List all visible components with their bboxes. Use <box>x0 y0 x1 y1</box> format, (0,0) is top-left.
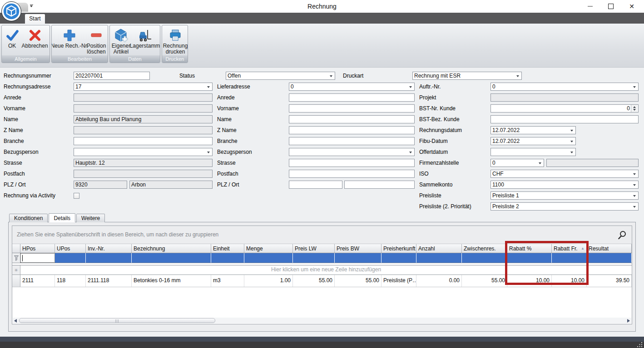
cell-rabatt-fr[interactable]: 10.00 <box>552 275 587 287</box>
tab-details[interactable]: Details <box>49 213 75 222</box>
column-header-anzahl[interactable]: Anzahl <box>416 244 462 253</box>
chevron-down-icon[interactable] <box>633 173 636 175</box>
cell-hpos[interactable]: 2111 <box>20 275 55 287</box>
scrollbar-thumb[interactable] <box>19 318 215 323</box>
cell-preisherkunft[interactable]: Preisliste (P… <box>381 275 416 287</box>
table-row[interactable]: 21111182111.118Betonkies 0-16 mmm31.0055… <box>12 275 632 287</box>
column-header-upos[interactable]: UPos <box>55 244 86 253</box>
filter-cell-rabatt-fr[interactable] <box>552 253 587 263</box>
cell-zwischenres[interactable]: 55.00 <box>462 275 507 287</box>
resize-grip-icon[interactable] <box>637 342 643 348</box>
bst-nr-kunde-spinedit[interactable]: 0 <box>490 104 639 113</box>
bezugsperson-mitte-select[interactable] <box>289 148 415 156</box>
filter-cell-inv-nr[interactable] <box>86 253 132 263</box>
column-header-zwischenres[interactable]: Zwischenres. <box>462 244 507 253</box>
rechnung-via-activity-checkbox[interactable] <box>74 193 79 199</box>
column-header-einheit[interactable]: Einheit <box>211 244 244 253</box>
chevron-down-icon[interactable] <box>570 141 573 142</box>
chevron-down-icon[interactable] <box>330 75 332 77</box>
chevron-down-icon[interactable] <box>633 86 636 88</box>
cell-menge[interactable]: 1.00 <box>244 275 293 287</box>
rechnungsadresse-select[interactable]: 17 <box>74 83 213 91</box>
ort-mitte-input[interactable] <box>344 181 415 189</box>
name-mitte-input[interactable] <box>289 115 415 123</box>
fibu-datum-datepicker[interactable]: 12.07.2022 <box>490 137 576 145</box>
druckart-select[interactable]: Rechnung mit ESR <box>412 72 522 80</box>
ok-button[interactable]: OK <box>3 26 21 49</box>
grid-new-row[interactable]: ✳ Hier klicken um eine neue Zeile hinzuz… <box>12 265 632 275</box>
lagerstamm-button[interactable]: Lagerstamm <box>131 26 159 55</box>
chevron-down-icon[interactable] <box>570 130 573 132</box>
filter-cell-preis-bw[interactable] <box>335 253 381 263</box>
neue-rech-nr-button[interactable]: Neue Rech.-Nr. <box>53 26 86 55</box>
group-by-bar[interactable]: Ziehen Sie eine Spaltenüberschrift in di… <box>12 226 632 244</box>
bezugsperson-links-select[interactable] <box>74 148 213 156</box>
column-header-resultat[interactable]: Resultat <box>587 244 632 253</box>
cell-einheit[interactable]: m3 <box>211 275 244 287</box>
lieferadresse-select[interactable]: 0 <box>289 83 415 91</box>
column-header-preis-lw[interactable]: Preis LW <box>293 244 335 253</box>
abbrechen-button[interactable]: Abbrechen <box>21 26 49 49</box>
quick-access-customize-icon[interactable] <box>30 5 34 7</box>
anrede-mitte-input[interactable] <box>289 93 415 102</box>
row-indicator[interactable] <box>12 275 20 287</box>
column-header-preis-bw[interactable]: Preis BW <box>335 244 381 253</box>
cell-bezeichnung[interactable]: Betonkies 0-16 mm <box>132 275 211 287</box>
chevron-down-icon[interactable] <box>570 152 573 153</box>
cell-resultat[interactable]: 39.50 <box>587 275 632 287</box>
branche-links-input[interactable] <box>74 137 213 145</box>
chevron-down-icon[interactable] <box>207 86 210 88</box>
branche-mitte-input[interactable] <box>289 137 415 145</box>
maximize-button[interactable] <box>600 0 621 13</box>
chevron-down-icon[interactable] <box>409 86 412 88</box>
scroll-left-icon[interactable] <box>14 319 17 323</box>
cell-anzahl[interactable]: 0.00 <box>416 275 462 287</box>
z-name-mitte-input[interactable] <box>289 126 415 134</box>
filter-cell-hpos[interactable] <box>20 253 55 263</box>
tab-start[interactable]: Start <box>25 14 45 24</box>
filter-cell-zwischenres[interactable] <box>462 253 507 263</box>
column-header-rabatt-fr[interactable]: Rabatt Fr.▲ <box>552 244 587 253</box>
tab-weitere[interactable]: Weitere <box>76 214 105 222</box>
column-header-preisherkunft[interactable]: Preisherkunft <box>381 244 416 253</box>
cell-preis-bw[interactable]: 55.00 <box>335 275 381 287</box>
column-header-bezeichnung[interactable]: Bezeichnung <box>132 244 211 253</box>
tab-konditionen[interactable]: Konditionen <box>9 214 48 222</box>
position-loeschen-button[interactable]: Position löschen <box>86 26 107 55</box>
filter-cell-resultat[interactable] <box>587 253 632 263</box>
auftr-nr-select[interactable]: 0 <box>490 83 639 91</box>
chevron-down-icon[interactable] <box>539 162 541 164</box>
column-header-hpos[interactable]: HPos <box>20 244 55 253</box>
cell-upos[interactable]: 118 <box>55 275 86 287</box>
filter-cell-preisherkunft[interactable] <box>381 253 416 263</box>
plz-mitte-input[interactable] <box>289 181 342 189</box>
firmenzahlstelle-select[interactable]: 0 <box>490 159 544 167</box>
chevron-down-icon[interactable] <box>409 152 412 153</box>
filter-cell-einheit[interactable] <box>211 253 244 263</box>
filter-cell-anzahl[interactable] <box>416 253 462 263</box>
vorname-mitte-input[interactable] <box>289 104 415 113</box>
minimize-button[interactable] <box>580 0 600 13</box>
column-header-inv-nr[interactable]: Inv.-Nr. <box>86 244 132 253</box>
chevron-down-icon[interactable] <box>207 152 210 153</box>
strasse-mitte-input[interactable] <box>289 159 415 167</box>
spinner-up-down-icon[interactable] <box>631 105 638 112</box>
chevron-down-icon[interactable] <box>516 75 519 77</box>
rechnungsnummer-input[interactable]: 202207001 <box>74 72 150 80</box>
chevron-down-icon[interactable] <box>633 184 636 186</box>
rechnung-drucken-button[interactable]: Rechnung drucken <box>163 26 187 55</box>
filter-cell-preis-lw[interactable] <box>293 253 335 263</box>
search-icon[interactable] <box>617 230 627 240</box>
bst-bez-kunde-input[interactable] <box>490 115 639 123</box>
cell-preis-lw[interactable]: 55.00 <box>293 275 335 287</box>
preisliste-2-select[interactable]: Preisliste 2 <box>490 202 639 211</box>
filter-cell-bezeichnung[interactable] <box>132 253 211 263</box>
scroll-right-icon[interactable] <box>627 319 630 323</box>
new-row-hint[interactable]: Hier klicken um eine neue Zeile hinzuzuf… <box>20 265 632 274</box>
cell-rabatt[interactable]: 10.00 <box>507 275 552 287</box>
column-header-menge[interactable]: Menge <box>244 244 293 253</box>
chevron-down-icon[interactable] <box>633 195 636 197</box>
cell-inv-nr[interactable]: 2111.118 <box>86 275 132 287</box>
close-button[interactable]: ✕ <box>621 0 642 13</box>
iso-select[interactable]: CHF <box>490 170 639 178</box>
